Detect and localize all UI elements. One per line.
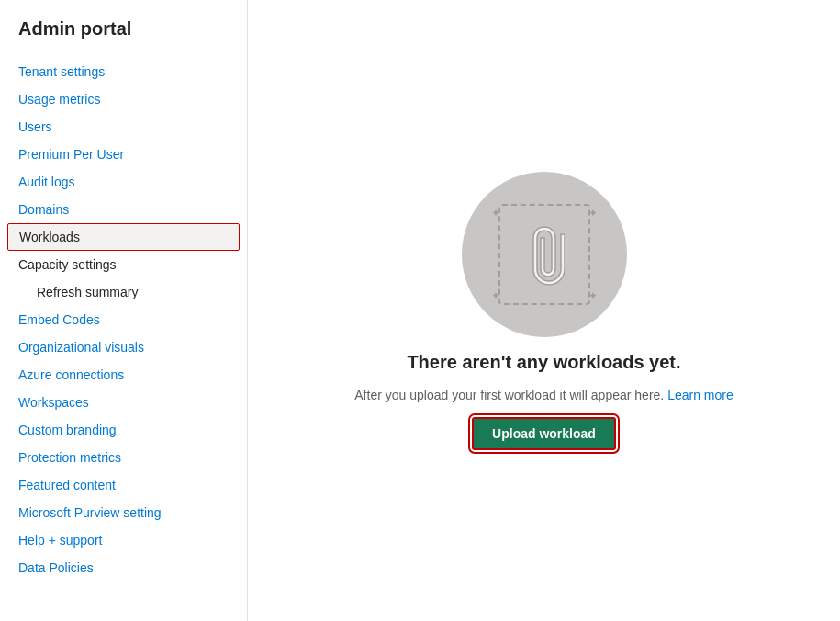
sidebar-item-workspaces[interactable]: Workspaces <box>0 389 247 416</box>
sidebar-item-protection-metrics[interactable]: Protection metrics <box>0 444 247 471</box>
sidebar-item-help-support[interactable]: Help + support <box>0 526 247 554</box>
sidebar-item-azure-connections[interactable]: Azure connections <box>0 361 247 389</box>
dashed-box <box>498 204 590 305</box>
sidebar-item-tenant-settings[interactable]: Tenant settings <box>0 58 247 85</box>
sidebar-item-featured-content[interactable]: Featured content <box>0 471 247 499</box>
sidebar-item-premium-per-user[interactable]: Premium Per User <box>0 141 247 168</box>
sidebar-item-custom-branding[interactable]: Custom branding <box>0 416 247 444</box>
empty-state-description: After you upload your first workload it … <box>354 388 733 402</box>
empty-state-title: There aren't any workloads yet. <box>407 352 680 373</box>
sidebar-item-data-policies[interactable]: Data Policies <box>0 554 247 581</box>
sidebar-item-workloads[interactable]: Workloads <box>7 223 240 251</box>
sidebar-item-organizational-visuals[interactable]: Organizational visuals <box>0 333 247 361</box>
main-content: ✦ ✦ ✦ ✦ There aren't any workloads yet. … <box>248 0 840 621</box>
sidebar-item-capacity-settings[interactable]: Capacity settings <box>0 251 247 278</box>
sidebar: Admin portal Tenant settingsUsage metric… <box>0 0 248 621</box>
learn-more-link[interactable]: Learn more <box>667 388 734 402</box>
sidebar-item-microsoft-purview[interactable]: Microsoft Purview setting <box>0 499 247 526</box>
paperclip-icon <box>524 221 565 288</box>
page-title: Admin portal <box>0 18 247 58</box>
sidebar-item-refresh-summary[interactable]: Refresh summary <box>0 278 247 306</box>
sidebar-item-audit-logs[interactable]: Audit logs <box>0 168 247 196</box>
illustration: ✦ ✦ ✦ ✦ <box>462 172 627 337</box>
sidebar-item-users[interactable]: Users <box>0 113 247 141</box>
sidebar-item-embed-codes[interactable]: Embed Codes <box>0 306 247 333</box>
sidebar-item-usage-metrics[interactable]: Usage metrics <box>0 85 247 113</box>
sidebar-item-domains[interactable]: Domains <box>0 196 247 223</box>
upload-workload-button[interactable]: Upload workload <box>472 417 616 450</box>
empty-state: ✦ ✦ ✦ ✦ There aren't any workloads yet. … <box>354 172 733 450</box>
